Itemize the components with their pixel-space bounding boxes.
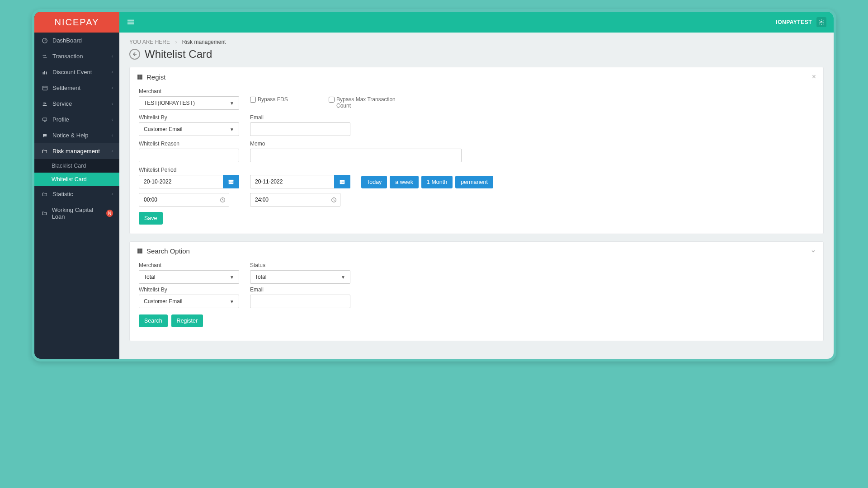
new-badge: N [106,210,113,217]
date-to-input[interactable] [250,175,334,188]
caret-down-icon: ▼ [230,299,234,304]
period-permanent-button[interactable]: permanent [455,176,493,188]
folder-icon [41,211,48,216]
calendar-button[interactable] [334,175,350,188]
settings-button[interactable] [816,17,826,27]
svg-rect-9 [127,22,134,23]
svg-rect-23 [342,182,343,183]
date-from-input[interactable] [139,175,223,188]
checkbox-label: Bypass Max Transaction Count [336,96,396,109]
nav-label: Service [52,100,72,107]
nav-risk-management[interactable]: Risk management ‹ [34,143,119,159]
grid-icon [137,248,143,254]
select-value: TEST(IONPAYTEST) [144,100,195,106]
reason-label: Whitelist Reason [139,141,239,147]
nav-label: Working Capital Loan [52,206,104,220]
time-from-input[interactable] [139,193,216,206]
nav-transaction[interactable]: Transaction ‹ [34,48,119,64]
chevron-left-icon: ‹ [112,133,113,138]
menu-toggle-button[interactable] [127,19,135,25]
svg-rect-3 [46,71,47,74]
whitelist-by-select[interactable]: Customer Email ▼ [139,122,239,136]
search-email-label: Email [250,286,350,293]
clock-button[interactable] [216,193,229,206]
back-button[interactable] [129,49,140,60]
page-title: Whitelist Card [145,48,212,61]
breadcrumb-current: Risk management [182,39,226,45]
bypass-max-checkbox[interactable]: Bypass Max Transaction Count [329,88,396,110]
nav-service[interactable]: Service ‹ [34,96,119,112]
checkbox-label: Bypass FDS [258,96,288,103]
chevron-left-icon: ‹ [112,101,113,106]
svg-rect-29 [137,251,140,253]
bypass-fds-checkbox[interactable]: Bypass FDS [250,88,318,110]
chevron-left-icon: ‹ [112,192,113,197]
period-month-button[interactable]: 1 Month [421,176,453,188]
clock-button[interactable] [327,193,340,206]
checkbox-input[interactable] [329,97,335,103]
search-merchant-select[interactable]: Total ▼ [139,270,239,284]
brand-logo: NICEPAY [34,12,119,33]
svg-point-11 [821,21,822,23]
monitor-icon [41,117,49,122]
time-to-input[interactable] [250,193,327,206]
svg-rect-22 [340,182,341,183]
register-button[interactable]: Register [171,314,203,327]
caret-down-icon: ▼ [230,101,234,106]
select-value: Total [144,274,155,280]
svg-rect-10 [127,23,134,24]
regist-panel: Regist × Merchant TEST(IONPAYTEST) ▼ [129,67,824,234]
save-button[interactable]: Save [139,212,163,225]
calendar-button[interactable] [223,175,239,188]
search-status-select[interactable]: Total ▼ [250,270,350,284]
reason-input[interactable] [139,149,239,162]
svg-rect-17 [228,180,233,181]
nav-profile[interactable]: Profile ‹ [34,112,119,127]
memo-input[interactable] [250,149,462,162]
svg-rect-27 [137,249,140,251]
subnav-blacklist-card[interactable]: Blacklist Card [34,159,119,173]
search-whitelist-by-label: Whitelist By [139,286,239,293]
panel-collapse-button[interactable] [811,249,816,254]
nav-working-capital-loan[interactable]: Working Capital Loan N [34,202,119,225]
search-button[interactable]: Search [139,314,168,327]
svg-point-5 [43,102,45,103]
caret-down-icon: ▼ [341,275,345,280]
period-today-button[interactable]: Today [361,176,387,188]
breadcrumb: YOU ARE HERE › Risk management [129,39,824,45]
nav-statistic[interactable]: Statistic ‹ [34,186,119,202]
caret-down-icon: ▼ [230,127,234,132]
folder-icon [41,149,49,154]
sidebar: NICEPAY DashBoard Transaction ‹ Discount [34,12,119,359]
folder-icon [41,192,49,197]
nav-notice-help[interactable]: Notice & Help ‹ [34,127,119,143]
search-merchant-label: Merchant [139,262,239,268]
chevron-left-icon: ‹ [112,85,113,90]
search-whitelist-by-select[interactable]: Customer Email ▼ [139,295,239,308]
nav-dashboard[interactable]: DashBoard [34,33,119,48]
whitelist-by-label: Whitelist By [139,114,239,121]
users-icon [41,101,49,107]
merchant-select[interactable]: TEST(IONPAYTEST) ▼ [139,96,239,110]
nav-label: Settlement [52,84,80,91]
search-status-label: Status [250,262,350,268]
current-user-label[interactable]: IONPAYTEST [776,19,812,25]
svg-rect-4 [42,86,47,90]
checkbox-input[interactable] [250,97,256,103]
select-value: Total [255,274,266,280]
select-value: Customer Email [144,126,182,132]
svg-rect-8 [127,20,134,21]
chevron-left-icon: ‹ [112,149,113,154]
search-panel: Search Option Merchant Total ▼ [129,241,824,341]
nav-discount-event[interactable]: Discount Event ‹ [34,64,119,80]
search-email-input[interactable] [250,295,350,308]
period-week-button[interactable]: a week [390,176,419,188]
panel-close-button[interactable]: × [812,73,816,81]
comment-icon [41,133,49,138]
nav-settlement[interactable]: Settlement ‹ [34,80,119,96]
nav-label: Profile [52,116,69,123]
email-input[interactable] [250,122,350,136]
subnav-whitelist-card[interactable]: Whitelist Card [34,173,119,186]
nav-label: Transaction [52,53,83,60]
svg-point-6 [45,103,47,104]
